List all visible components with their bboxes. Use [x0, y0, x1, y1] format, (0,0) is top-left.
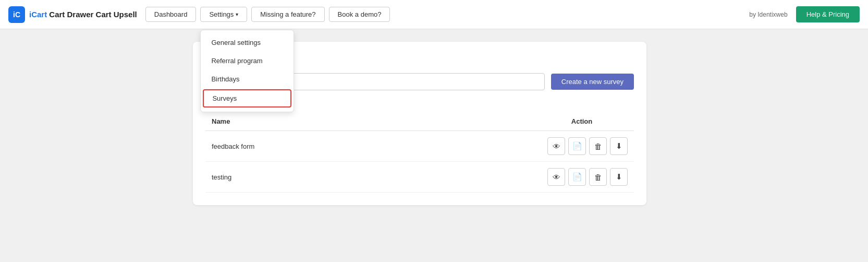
view-button-0[interactable]: 👁: [547, 137, 565, 155]
dashboard-button[interactable]: Dashboard: [145, 7, 197, 22]
table-row: feedback form👁📄🗑⬇: [205, 131, 634, 162]
missing-feature-button[interactable]: Missing a feature?: [251, 7, 324, 22]
survey-table: Name Action feedback form👁📄🗑⬇testing👁📄🗑⬇: [205, 112, 634, 193]
brand-icon-text: iC: [13, 10, 20, 19]
brand-name-rest: Cart Drawer Cart Upsell: [49, 10, 137, 19]
edit-button-0[interactable]: 📄: [568, 137, 586, 155]
col-action-header: Action: [530, 112, 634, 131]
brand-name-highlight: iCart: [29, 10, 47, 19]
download-button-1[interactable]: ⬇: [610, 168, 628, 186]
settings-button[interactable]: Settings ▾: [200, 7, 247, 22]
survey-name-cell: feedback form: [205, 131, 530, 162]
edit-button-1[interactable]: 📄: [568, 168, 586, 186]
survey-action-cell: 👁📄🗑⬇: [530, 131, 634, 162]
nav-buttons: Dashboard Settings ▾ General settings Re…: [145, 7, 749, 22]
table-row: testing👁📄🗑⬇: [205, 162, 634, 193]
table-header-row: Name Action: [205, 112, 634, 131]
survey-action-cell: 👁📄🗑⬇: [530, 162, 634, 193]
dropdown-item-general-settings[interactable]: General settings: [201, 33, 294, 52]
topbar: iC iCart Cart Drawer Cart Upsell Dashboa…: [0, 0, 868, 29]
download-button-0[interactable]: ⬇: [610, 137, 628, 155]
topbar-right: by Identixweb Help & Pricing: [749, 6, 860, 22]
settings-chevron-icon: ▾: [236, 11, 238, 17]
help-pricing-button[interactable]: Help & Pricing: [796, 6, 860, 22]
dropdown-item-surveys[interactable]: Surveys: [203, 89, 291, 108]
brand: iC iCart Cart Drawer Cart Upsell: [8, 6, 137, 23]
action-buttons: 👁📄🗑⬇: [536, 168, 628, 186]
delete-button-1[interactable]: 🗑: [589, 168, 607, 186]
brand-icon: iC: [8, 6, 25, 23]
by-label: by Identixweb: [749, 11, 787, 18]
book-demo-button[interactable]: Book a demo?: [329, 7, 390, 22]
col-name-header: Name: [205, 112, 530, 131]
dropdown-item-birthdays[interactable]: Birthdays: [201, 70, 294, 88]
brand-name: iCart Cart Drawer Cart Upsell: [29, 10, 137, 19]
dropdown-item-referral-program[interactable]: Referral program: [201, 52, 294, 70]
settings-dropdown-menu: General settings Referral program Birthd…: [200, 30, 294, 112]
settings-dropdown-wrapper: Settings ▾ General settings Referral pro…: [200, 7, 247, 22]
settings-label: Settings: [209, 10, 234, 18]
create-new-survey-button[interactable]: Create a new survey: [551, 74, 634, 90]
main-content: Survey builder 🔍 Create a new survey Typ…: [0, 29, 868, 218]
delete-button-0[interactable]: 🗑: [589, 137, 607, 155]
survey-name-cell: testing: [205, 162, 530, 193]
view-button-1[interactable]: 👁: [547, 168, 565, 186]
action-buttons: 👁📄🗑⬇: [536, 137, 628, 155]
